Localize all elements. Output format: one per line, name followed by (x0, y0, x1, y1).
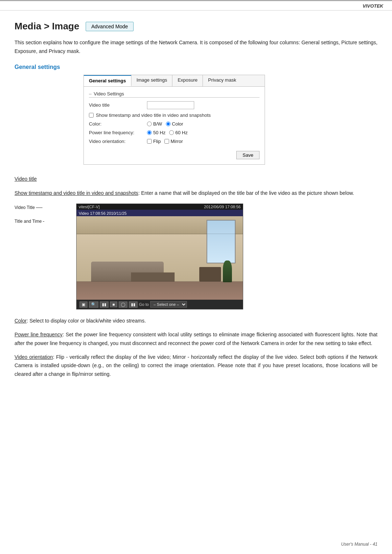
desc-power-freq-link: Power line frequency (15, 332, 62, 337)
color-row: Color: B/W Color (89, 121, 260, 127)
ctrl-btn-record[interactable]: ◯ (119, 301, 127, 308)
desc-video-orient-para: Video orientation: Flip - vertically ref… (15, 353, 377, 379)
page-title-row: Media > Image Advanced Mode (15, 21, 377, 32)
tab-exposure[interactable]: Exposure (172, 75, 203, 86)
video-title-bar-left: vitest[CF-V] (79, 205, 99, 209)
color-bw-option[interactable]: B/W (147, 121, 162, 127)
desc-video-orient-detail: : Flip - vertically reflect the display … (15, 354, 377, 377)
save-row: Save (84, 147, 265, 159)
show-timestamp-row: Show timestamp and video title in video … (89, 112, 260, 118)
color-radio-group: B/W Color (147, 121, 183, 127)
video-controls-bar: ▣ 🔍 ▮▮ ■ ◯ ▮▮ Go to – Select one – (77, 300, 243, 309)
save-button[interactable]: Save (236, 151, 260, 159)
desc-show-timestamp-detail: : Enter a name that will be displayed on… (138, 190, 354, 196)
main-content: Media > Image Advanced Mode This section… (0, 11, 392, 398)
video-title-bar: vitest[CF-V] 2012/06/09 17:08:56 (77, 204, 243, 210)
arrow-line-2 (43, 221, 44, 222)
flip-option[interactable]: Flip (147, 139, 161, 144)
advanced-mode-button[interactable]: Advanced Mode (86, 22, 133, 31)
color-color-label: Color (172, 121, 183, 127)
mirror-label: Mirror (171, 139, 183, 144)
video-timestamp-text: Video 17:08:56 2010/11/25 (79, 211, 127, 216)
show-timestamp-checkbox[interactable] (89, 113, 94, 118)
window-area (207, 220, 236, 263)
settings-panel: General settings Image settings Exposure… (83, 75, 265, 165)
desc-color-detail: : Select to display color or black/white… (26, 318, 146, 324)
video-frame: vitest[CF-V] 2012/06/09 17:08:56 Video 1… (76, 204, 243, 309)
desc-show-timestamp-section: Show timestamp and video title in video … (15, 189, 377, 198)
ceiling-line (77, 234, 243, 234)
power-freq-60hz-radio[interactable] (169, 130, 174, 135)
mirror-option[interactable]: Mirror (164, 139, 183, 144)
desc-power-freq-detail: : Set the power line frequency consisten… (15, 332, 377, 346)
top-bar: VIVOTEK (0, 0, 392, 11)
plant (223, 260, 232, 282)
video-title-label: Video title (89, 102, 147, 108)
general-settings-title: General settings (15, 64, 377, 70)
color-bw-label: B/W (153, 121, 162, 127)
video-orient-group: Flip Mirror (147, 139, 183, 144)
color-label: Color: (89, 121, 147, 127)
power-freq-50hz-option[interactable]: 50 Hz (147, 130, 166, 135)
video-timestamp-bar: Video 17:08:56 2010/11/25 (77, 210, 243, 216)
video-title-row: Video title (89, 101, 260, 109)
title-time-annotation: Title and Time (15, 219, 42, 224)
color-color-radio[interactable] (166, 122, 171, 126)
ctrl-btn-pause[interactable]: ▮▮ (100, 301, 109, 308)
flip-checkbox[interactable] (147, 139, 152, 144)
tab-image-settings[interactable]: Image settings (131, 75, 173, 86)
video-title-annotation: Video Title (15, 205, 35, 210)
ctrl-btn-square[interactable]: ▣ (79, 301, 87, 308)
ctrl-goto-select[interactable]: – Select one – (150, 301, 187, 308)
tabs-row: General settings Image settings Exposure… (84, 75, 265, 87)
desc-power-freq-para: Power line frequency: Set the power line… (15, 331, 377, 348)
video-title-input[interactable] (147, 101, 194, 109)
power-freq-row: Power line frequency: 50 Hz 60 Hz (89, 130, 260, 135)
title-time-label-arrow: Title and Time (15, 219, 45, 224)
video-settings-group: Video Settings Video title Show timestam… (89, 91, 260, 144)
ctrl-goto-label: Go to (139, 302, 149, 307)
video-orient-label: Video orientation: (89, 139, 147, 144)
floor-line (77, 281, 243, 282)
room-floor (77, 282, 243, 300)
show-timestamp-label: Show timestamp and video title in video … (96, 112, 211, 118)
color-color-option[interactable]: Color (166, 121, 183, 127)
intro-paragraph: This section explains how to configure t… (15, 38, 377, 56)
desc-video-orient-link: Video orientation (15, 354, 53, 360)
tab-general-settings[interactable]: General settings (84, 75, 131, 86)
tab-privacy-mask[interactable]: Privacy mask (203, 75, 241, 86)
power-freq-50hz-radio[interactable] (147, 130, 152, 135)
power-freq-60hz-label: 60 Hz (175, 130, 188, 135)
coffee-table (131, 272, 175, 282)
desc-color-para: Color: Select to display color or black/… (15, 317, 377, 325)
video-settings-group-label: Video Settings (89, 91, 260, 98)
desc-video-title-section: Video title (15, 175, 377, 184)
power-freq-60hz-option[interactable]: 60 Hz (169, 130, 188, 135)
page-title: Media > Image (15, 21, 79, 32)
power-freq-radio-group: 50 Hz 60 Hz (147, 130, 188, 135)
video-title-label-arrow: Video Title (15, 205, 45, 210)
video-orient-row: Video orientation: Flip Mirror (89, 139, 260, 144)
video-title-bar-right: 2012/06/09 17:08:56 (204, 205, 241, 209)
ctrl-btn-snapshot[interactable]: ▮▮ (129, 301, 138, 308)
video-image-area (77, 216, 243, 300)
ctrl-btn-stop[interactable]: ■ (110, 301, 117, 307)
power-freq-label: Power line frequency: (89, 130, 147, 135)
page-footer: User's Manual - 41 (341, 542, 377, 547)
mirror-checkbox[interactable] (164, 139, 169, 144)
video-preview-container: Video Title Title and Time vitest[CF-V] … (15, 204, 377, 309)
desc-color-link: Color (15, 318, 26, 324)
color-bw-radio[interactable] (147, 122, 152, 126)
flip-label: Flip (153, 139, 161, 144)
ctrl-btn-search[interactable]: 🔍 (89, 301, 98, 308)
desc-show-timestamp-link: Show timestamp and video title in video … (15, 190, 138, 196)
brand-logo: VIVOTEK (363, 3, 383, 9)
desc-video-title-link: Video title (15, 176, 37, 182)
power-freq-50hz-label: 50 Hz (153, 130, 166, 135)
chair (199, 267, 221, 282)
arrow-line-1 (36, 208, 42, 208)
